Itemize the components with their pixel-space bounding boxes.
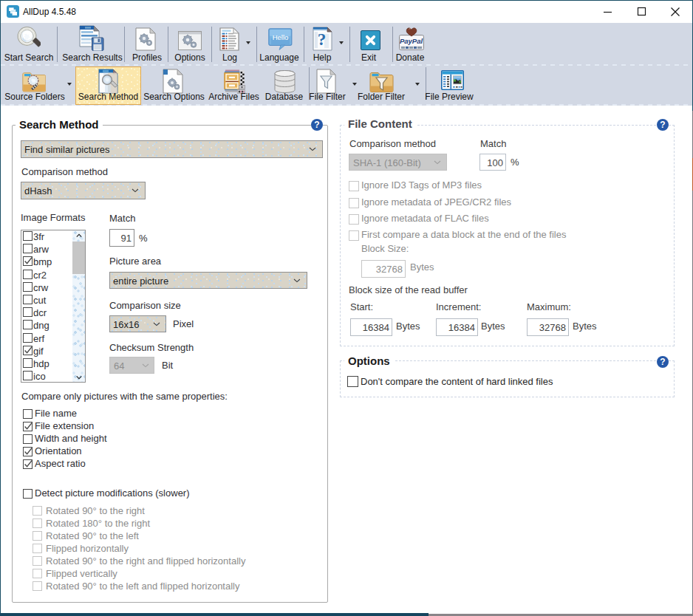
svg-text:PayPal: PayPal (400, 37, 423, 45)
svg-text:?: ? (318, 30, 327, 49)
svg-text:Hello: Hello (273, 33, 289, 41)
